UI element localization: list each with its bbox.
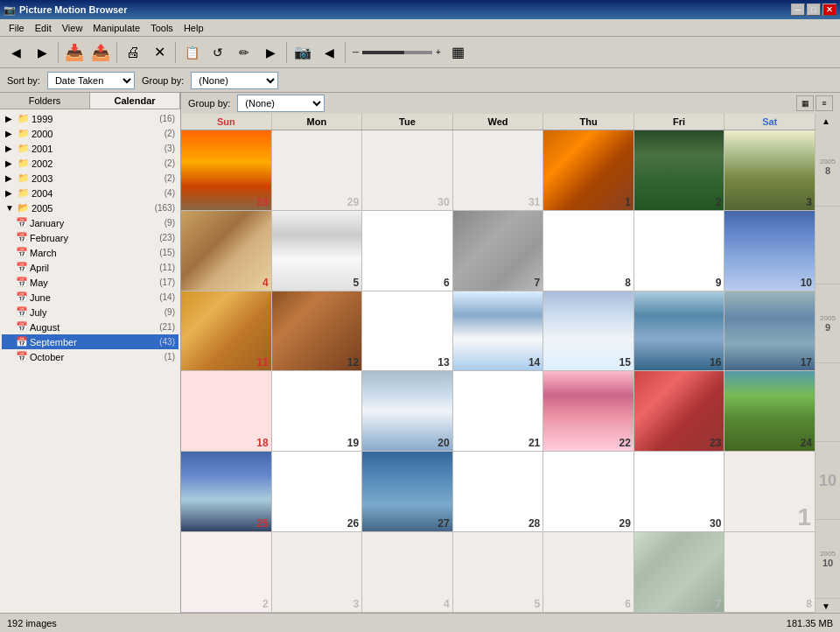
- tree-item-2003[interactable]: ▶ 📁 2003 (2): [2, 171, 178, 186]
- cal-cell-aug29[interactable]: 29: [272, 130, 363, 210]
- left-arrow-button[interactable]: ◀: [317, 40, 341, 65]
- nav-down-arrow[interactable]: ▼: [816, 599, 836, 613]
- tree-item-2000[interactable]: ▶ 📁 2000 (2): [2, 126, 178, 141]
- cal-cell-sep18[interactable]: 18: [181, 371, 272, 451]
- tab-calendar[interactable]: Calendar: [90, 93, 180, 109]
- grid-view-button[interactable]: ▦: [796, 95, 814, 111]
- cal-cell-oct6[interactable]: 6: [543, 532, 634, 612]
- import-button[interactable]: 📥: [62, 40, 87, 65]
- cal-cell-aug30[interactable]: 30: [362, 130, 453, 210]
- cal-cell-sep13[interactable]: 13: [362, 291, 453, 371]
- toolbar-separator-4: [286, 42, 287, 63]
- close-button[interactable]: ✕: [822, 4, 836, 16]
- delete-button[interactable]: ✕: [147, 40, 172, 65]
- date-sep8: 8: [625, 277, 631, 289]
- view-toggle-button[interactable]: ▦: [446, 40, 471, 65]
- cal-cell-aug31[interactable]: 31: [453, 130, 544, 210]
- cal-cell-sep26[interactable]: 26: [272, 452, 363, 531]
- calendar-weeks: 28 29 30 31 1: [181, 130, 816, 613]
- cal-cell-sep21[interactable]: 21: [453, 371, 544, 451]
- cal-cell-sep25[interactable]: 25: [181, 452, 272, 531]
- cal-cell-sep19[interactable]: 19: [272, 371, 363, 451]
- back-button[interactable]: ◀: [4, 40, 28, 65]
- cal-cell-sep5[interactable]: 5: [272, 211, 363, 291]
- cal-cell-sep28[interactable]: 28: [453, 452, 544, 531]
- cal-cell-oct4[interactable]: 4: [362, 532, 453, 612]
- zoom-slider[interactable]: [362, 51, 432, 54]
- sort-select[interactable]: Date Taken: [47, 72, 135, 89]
- cal-cell-aug28[interactable]: 28: [181, 130, 272, 210]
- group-select[interactable]: (None): [191, 72, 278, 89]
- cal-cell-sep17[interactable]: 17: [724, 291, 816, 371]
- nav-up-arrow[interactable]: ▲: [816, 114, 836, 128]
- cal-cell-sep12[interactable]: 12: [272, 291, 363, 371]
- cal-cell-sep6[interactable]: 6: [362, 211, 453, 291]
- forward-button[interactable]: ▶: [30, 40, 54, 65]
- calendar-area: Group by: (None) ▦ ≡ Sun Mon Tue Wed Thu…: [181, 93, 840, 613]
- menu-item-tools[interactable]: Tools: [145, 21, 178, 35]
- cal-cell-sep7[interactable]: 7: [453, 211, 544, 291]
- maximize-button[interactable]: □: [807, 4, 821, 16]
- cal-cell-sep1[interactable]: 1: [543, 130, 634, 210]
- export-button[interactable]: 📤: [88, 40, 113, 65]
- cal-cell-sep29[interactable]: 29: [543, 452, 634, 531]
- cal-cell-sep2[interactable]: 2: [634, 130, 725, 210]
- cal-cell-sep8[interactable]: 8: [543, 211, 634, 291]
- tree-item-april[interactable]: 📅 April (11): [2, 260, 178, 275]
- cal-cell-oct7[interactable]: 7: [634, 532, 725, 612]
- tab-folders[interactable]: Folders: [0, 93, 90, 109]
- cal-cell-sep9[interactable]: 9: [634, 211, 725, 291]
- menu-item-view[interactable]: View: [57, 21, 88, 35]
- cal-cell-oct8[interactable]: 8: [724, 532, 816, 612]
- cal-cell-sep11[interactable]: 11: [181, 291, 272, 371]
- tree-item-september[interactable]: 📅 September (43): [2, 334, 178, 349]
- menu-item-manipulate[interactable]: Manipulate: [88, 21, 145, 35]
- cal-cell-sep4[interactable]: 4: [181, 211, 272, 291]
- cal-cell-sep27[interactable]: 27: [362, 452, 453, 531]
- cal-cell-sep22[interactable]: 22: [543, 371, 634, 451]
- menu-item-file[interactable]: File: [4, 21, 30, 35]
- calendar-week-6: 2 3 4 5 6: [181, 532, 816, 613]
- cal-cell-sep14[interactable]: 14: [453, 291, 544, 371]
- minimize-button[interactable]: ─: [791, 4, 805, 16]
- tree-item-2005[interactable]: ▼ 📂 2005 (163): [2, 200, 178, 215]
- tree-item-october[interactable]: 📅 October (1): [2, 349, 178, 364]
- day-mon: Mon: [272, 114, 363, 130]
- rotate-button[interactable]: ↺: [206, 40, 230, 65]
- tree-item-march[interactable]: 📅 March (15): [2, 245, 178, 260]
- tree-item-july[interactable]: 📅 July (9): [2, 305, 178, 320]
- cal-cell-sep24[interactable]: 24: [724, 371, 816, 451]
- tree-item-2001[interactable]: ▶ 📁 2001 (3): [2, 141, 178, 156]
- calendar-group-select[interactable]: (None): [237, 95, 325, 112]
- print-button[interactable]: 🖨: [121, 40, 145, 65]
- cal-cell-sep20[interactable]: 20: [362, 371, 453, 451]
- list-view-button[interactable]: ≡: [816, 95, 833, 111]
- tree-item-february[interactable]: 📅 February (23): [2, 230, 178, 245]
- cal-cell-sep15[interactable]: 15: [543, 291, 634, 371]
- cal-cell-oct3[interactable]: 3: [272, 532, 363, 612]
- edit-button[interactable]: ✏: [232, 40, 256, 65]
- tree-item-june[interactable]: 📅 June (14): [2, 290, 178, 305]
- cal-cell-sep30[interactable]: 30: [634, 452, 725, 531]
- cal-cell-oct2[interactable]: 2: [181, 532, 272, 612]
- cal-cell-sep10[interactable]: 10: [724, 211, 816, 291]
- tree-item-january[interactable]: 📅 January (9): [2, 215, 178, 230]
- calendar-days-header: Sun Mon Tue Wed Thu Fri Sat: [181, 114, 816, 130]
- cal-cell-sep23[interactable]: 23: [634, 371, 725, 451]
- date-oct5: 5: [535, 598, 541, 610]
- cal-cell-sep3[interactable]: 3: [724, 130, 816, 210]
- tree-item-may[interactable]: 📅 May (17): [2, 275, 178, 290]
- menu-item-help[interactable]: Help: [178, 21, 209, 35]
- cal-cell-oct1[interactable]: 1: [724, 452, 816, 531]
- tree-item-2002[interactable]: ▶ 📁 2002 (2): [2, 156, 178, 171]
- tree-count: (21): [159, 322, 175, 332]
- tree-item-1999[interactable]: ▶ 📁 1999 (16): [2, 111, 178, 126]
- tree-item-august[interactable]: 📅 August (21): [2, 320, 178, 334]
- cal-cell-oct5[interactable]: 5: [453, 532, 544, 612]
- slideshow-button[interactable]: ▶: [258, 40, 283, 65]
- zoom-camera-button[interactable]: 📷: [290, 40, 315, 65]
- copy-button[interactable]: 📋: [179, 40, 204, 65]
- tree-item-2004[interactable]: ▶ 📁 2004 (4): [2, 186, 178, 200]
- cal-cell-sep16[interactable]: 16: [634, 291, 725, 371]
- menu-item-edit[interactable]: Edit: [30, 21, 57, 35]
